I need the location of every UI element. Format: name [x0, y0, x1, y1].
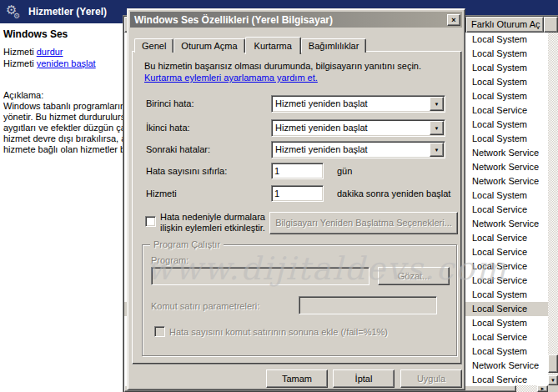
- append-fail-count-checkbox: [154, 326, 165, 337]
- tab-oturum-acma[interactable]: Oturum Açma: [173, 38, 244, 53]
- ok-button[interactable]: Tamam: [266, 369, 328, 388]
- service-name-heading: Windows Ses: [3, 28, 68, 40]
- vertical-scrollbar-thumb[interactable]: [548, 354, 558, 373]
- enable-actions-checkbox[interactable]: [145, 216, 156, 227]
- column-header-logon-as[interactable]: Farklı Oturum Aç: [466, 17, 544, 33]
- scroll-right-icon[interactable]: ►: [537, 385, 548, 392]
- subsequent-failures-select[interactable]: Hizmeti yeniden başlat ▼: [271, 141, 445, 158]
- column-header-filler: [544, 17, 558, 33]
- restart-service-link[interactable]: yeniden başlat: [37, 58, 96, 68]
- tab-bagimliliklar[interactable]: Bağımlılıklar: [301, 38, 367, 53]
- subsequent-failures-label: Sonraki hatalar:: [146, 144, 210, 154]
- recovery-tab-page: Bu hizmetin başarısız olması durumunda, …: [132, 51, 462, 364]
- first-failure-select[interactable]: Hizmeti yeniden başlat ▼: [271, 95, 445, 113]
- description-label: Açıklama:: [3, 90, 43, 100]
- tab-kurtarma[interactable]: Kurtarma: [245, 37, 301, 54]
- first-failure-value: Hizmeti yeniden başlat: [272, 96, 429, 112]
- service-restart-line: Hizmeti yeniden başlat: [3, 58, 96, 68]
- stop-prefix: Hizmeti: [3, 47, 37, 57]
- command-line-params-label: Komut satırı parametreleri:: [151, 301, 259, 311]
- browse-button: Gözat...: [378, 267, 450, 285]
- command-line-params-input: [299, 296, 437, 314]
- stop-service-link[interactable]: durdur: [37, 47, 63, 57]
- close-icon[interactable]: ×: [447, 14, 460, 26]
- description-line: Windows tabanlı programların se: [3, 101, 123, 111]
- chevron-down-icon[interactable]: ▼: [430, 143, 444, 157]
- reset-fail-count-input[interactable]: [271, 163, 324, 179]
- dialog-title: Windows Ses Özellikleri (Yerel Bilgisaya…: [130, 14, 447, 26]
- second-failure-value: Hizmeti yeniden başlat: [272, 120, 429, 136]
- restart-service-after-label: Hizmeti: [146, 188, 177, 199]
- recovery-help-link[interactable]: Kurtarma eylemleri ayarlamama yardım et.: [144, 73, 318, 83]
- tab-strip: Genel Oturum Açma Kurtarma Bağımlılıklar: [134, 35, 366, 53]
- restart-prefix: Hizmeti: [3, 58, 37, 68]
- services-gear-icon: ⚙⚙: [6, 3, 17, 16]
- restart-service-after-unit: dakika sonra yeniden başlat: [337, 188, 450, 199]
- second-failure-select[interactable]: Hizmeti yeniden başlat ▼: [271, 119, 445, 137]
- service-stop-line: Hizmeti durdur: [3, 47, 63, 57]
- description-line: yönetir. Bu hizmet durdurulursa: [3, 112, 123, 122]
- restart-service-after-input[interactable]: [271, 185, 324, 202]
- description-line: hizmet devre dışı bırakılırsa, açık: [3, 133, 123, 143]
- vertical-scrollbar[interactable]: ▼: [548, 33, 558, 385]
- tab-genel[interactable]: Genel: [134, 38, 173, 53]
- reset-fail-count-unit: gün: [337, 166, 352, 176]
- intro-text: Bu hizmetin başarısız olması durumunda, …: [144, 61, 421, 71]
- scroll-down-icon[interactable]: ▼: [548, 375, 558, 385]
- first-failure-label: Birinci hata:: [146, 98, 194, 108]
- apply-button[interactable]: Uygula: [400, 369, 462, 388]
- cancel-button[interactable]: İptal: [333, 369, 395, 388]
- chevron-down-icon[interactable]: ▼: [430, 97, 444, 111]
- description-line: hizmete bağlı olan hizmetler baş: [3, 144, 123, 154]
- program-label: Program:: [151, 255, 189, 265]
- scrollbar-corner: [548, 385, 558, 392]
- append-fail-count-label: Hata sayısını komut satırının sonuna ekl…: [169, 327, 445, 338]
- program-input: [151, 267, 369, 285]
- description-line: aygıtları ve efektler düzgün çalış: [3, 123, 123, 133]
- recovery-intro: Bu hizmetin başarısız olması durumunda, …: [144, 60, 456, 83]
- dialog-titlebar: Windows Ses Özellikleri (Yerel Bilgisaya…: [130, 12, 462, 28]
- chevron-down-icon[interactable]: ▼: [430, 121, 444, 135]
- run-program-group-title: Program Çalıştır: [150, 239, 224, 249]
- subsequent-failures-value: Hizmeti yeniden başlat: [272, 142, 429, 158]
- reset-fail-count-label: Hata sayısını sıfırla:: [146, 166, 227, 176]
- run-program-group: Program Çalıştır Program: Gözat... Komut…: [142, 244, 457, 356]
- enable-actions-label: Hata nedeniyle durmalara ilişkin eylemle…: [160, 212, 274, 234]
- banner-title: Hizmetler (Yerel): [28, 6, 107, 18]
- properties-dialog: Windows Ses Özellikleri (Yerel Bilgisaya…: [127, 8, 465, 390]
- second-failure-label: İkinci hata:: [146, 123, 190, 133]
- restart-computer-options-button[interactable]: Bilgisayarı Yeniden Başlatma Seçenekleri…: [269, 212, 458, 234]
